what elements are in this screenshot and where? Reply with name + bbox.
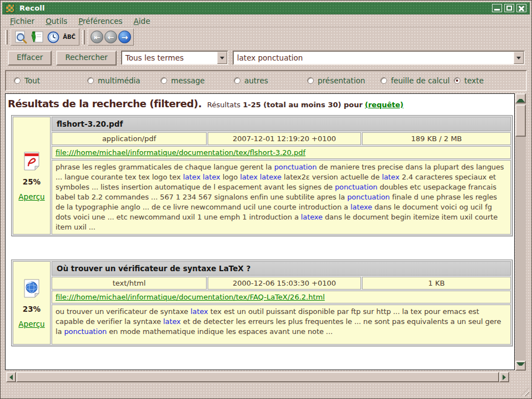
window-title: Recoll xyxy=(19,4,492,12)
filter-radio-texte[interactable]: texte xyxy=(454,76,484,85)
menu-outils[interactable]: Outils xyxy=(40,16,73,27)
result-side-panel: 23% Aperçu xyxy=(13,261,51,345)
menu-aide[interactable]: Aide xyxy=(128,16,156,27)
results-heading: Résultats de la recherche (filtered). xyxy=(8,98,202,109)
app-icon xyxy=(6,4,14,13)
scroll-up-icon[interactable] xyxy=(515,93,526,103)
filter-radio-tout[interactable]: Tout xyxy=(14,76,87,85)
results-area: Résultats de la recherche (filtered). Ré… xyxy=(5,93,515,370)
result-mime: application/pdf xyxy=(52,132,207,145)
radio-icon[interactable] xyxy=(380,77,387,84)
radio-icon[interactable] xyxy=(160,77,167,84)
search-mode-value: Tous les termes xyxy=(122,52,217,64)
radio-icon[interactable] xyxy=(307,77,314,84)
result-date: 2007-12-01 12:19:20 +0100 xyxy=(208,132,361,145)
minimize-icon[interactable] xyxy=(492,4,502,12)
search-query-input[interactable] xyxy=(234,52,514,64)
scroll-down-icon[interactable] xyxy=(515,361,526,371)
preview-link[interactable]: Aperçu xyxy=(18,192,44,201)
resize-grip[interactable] xyxy=(520,387,529,396)
relevance-percent: 23% xyxy=(23,305,41,313)
chevron-down-icon[interactable] xyxy=(217,52,227,64)
filter-radio-message[interactable]: message xyxy=(160,76,234,85)
vertical-scrollbar[interactable] xyxy=(515,93,526,371)
clear-button[interactable]: Effacer xyxy=(8,51,52,66)
sort-parameters-icon[interactable] xyxy=(29,30,44,44)
next-page-icon[interactable]: → xyxy=(118,31,131,43)
radio-icon[interactable] xyxy=(234,77,240,84)
search-button[interactable]: Rechercher xyxy=(56,51,116,66)
result-url-link[interactable]: file:///home/michael/informatique/docume… xyxy=(56,293,325,301)
radio-icon[interactable] xyxy=(87,77,94,84)
results-summary: Résultats 1-25 (total au moins 30) pour … xyxy=(207,101,403,109)
result-title: Où trouver un vérificateur de syntaxe La… xyxy=(52,261,511,276)
result-mime: text/html xyxy=(52,277,207,290)
result-side-panel: 25% Aperçu xyxy=(13,117,51,235)
results-header: Résultats de la recherche (filtered). Ré… xyxy=(6,94,514,112)
pdf-file-icon xyxy=(22,151,41,171)
menu-fichier[interactable]: Fichier xyxy=(4,16,40,27)
result-entry: 25% Aperçu flshort-3.20.pdf application/… xyxy=(11,115,513,236)
query-details-link[interactable]: (requête) xyxy=(365,101,404,109)
result-snippet: phrase les regles grammaticales de chaqu… xyxy=(52,160,511,235)
result-snippet: ou trouver un verificateur de syntaxe la… xyxy=(52,305,511,345)
relevance-percent: 25% xyxy=(23,177,41,186)
maximize-icon[interactable] xyxy=(504,4,514,12)
close-icon[interactable] xyxy=(516,4,526,12)
result-size: 189 KB / 2 MB xyxy=(362,132,511,145)
menu-preferences[interactable]: Préférences xyxy=(73,16,128,27)
radio-icon[interactable] xyxy=(454,77,460,84)
result-size: 1 KB xyxy=(362,277,511,290)
scroll-left-icon[interactable] xyxy=(6,372,16,382)
toolbar-handle[interactable] xyxy=(5,30,8,44)
window-controls xyxy=(492,4,526,12)
result-date: 2000-12-06 15:03:30 +0100 xyxy=(208,277,361,290)
html-file-icon xyxy=(22,278,41,298)
menubar: FichierOutilsPréférencesAide xyxy=(2,15,530,27)
category-filter-frame: Toutmultimédiamessageautresprésentationf… xyxy=(5,70,527,91)
result-list: 25% Aperçu flshort-3.20.pdf application/… xyxy=(6,115,514,346)
filter-radio-presentation[interactable]: présentation xyxy=(307,76,380,85)
result-title: flshort-3.20.pdf xyxy=(52,117,511,131)
recoll-window: Recoll FichierOutilsPréférencesAide xyxy=(0,0,532,399)
result-url-link[interactable]: file:///home/michael/informatique/docume… xyxy=(56,148,305,157)
scroll-right-icon[interactable] xyxy=(499,372,509,382)
chevron-down-icon[interactable] xyxy=(514,52,524,64)
preview-link[interactable]: Aperçu xyxy=(18,320,44,328)
result-entry: 23% Aperçu Où trouver un vérificateur de… xyxy=(11,260,513,346)
filter-radio-autres[interactable]: autres xyxy=(234,76,307,85)
document-history-icon[interactable] xyxy=(46,30,61,44)
radio-icon[interactable] xyxy=(14,77,21,84)
vertical-scroll-thumb[interactable] xyxy=(515,104,526,137)
first-page-icon[interactable]: ⇤ xyxy=(91,31,103,43)
advanced-search-icon[interactable] xyxy=(13,30,28,44)
toolbar-handle[interactable] xyxy=(82,30,85,44)
toolbar-group-tools: ÂBĈ xyxy=(11,28,79,46)
filter-radio-feuille-de-calcul[interactable]: feuille de calcul xyxy=(380,76,454,85)
horizontal-scrollbar[interactable] xyxy=(6,372,509,382)
toolbar: ÂBĈ ⇤←→ xyxy=(2,28,530,46)
search-row: Effacer Rechercher Tous les termes xyxy=(2,49,530,67)
toolbar-group-nav: ⇤←→ xyxy=(88,28,134,46)
horizontal-scroll-thumb[interactable] xyxy=(16,372,499,382)
term-explorer-icon[interactable]: ÂBĈ xyxy=(62,30,77,44)
search-mode-select[interactable]: Tous les termes xyxy=(121,51,228,65)
search-query-combo xyxy=(233,51,525,65)
titlebar[interactable]: Recoll xyxy=(2,2,530,14)
previous-page-icon[interactable]: ← xyxy=(104,31,117,43)
filter-radio-multimedia[interactable]: multimédia xyxy=(87,76,160,85)
